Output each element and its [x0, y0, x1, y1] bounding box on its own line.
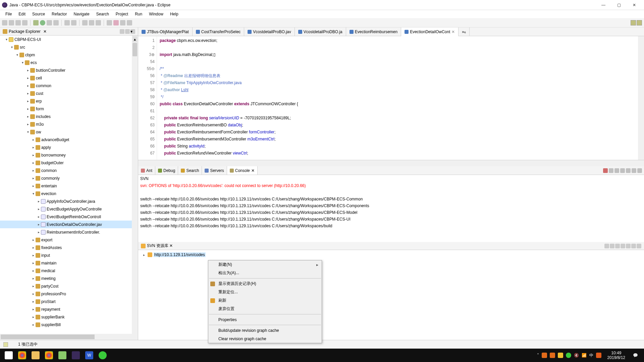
expand-icon[interactable]: ▾ — [4, 38, 9, 41]
perspective-other-icon[interactable] — [637, 20, 642, 25]
code-line[interactable]: */ — [160, 94, 638, 101]
menu-item[interactable]: 检出为(A)... — [208, 269, 322, 277]
tree-item[interactable]: ▸budgetOuter — [0, 159, 138, 167]
open-type-icon[interactable] — [82, 20, 88, 25]
menu-item[interactable]: 显示资源历史记录(H) — [208, 280, 322, 288]
menu-refactor[interactable]: Refactor — [48, 11, 70, 17]
editor-tab[interactable]: EvectionDetailOwCont✕ — [401, 27, 459, 36]
expand-icon[interactable]: ▾ — [9, 45, 14, 49]
tree-item[interactable]: ▸EvectBudgetApplyOwControlle — [0, 205, 138, 213]
maximize-button[interactable]: ▢ — [611, 0, 627, 10]
code-line[interactable]: import java.math.BigDecimal;▯ — [160, 51, 638, 58]
svn-repo-url[interactable]: http://10.1.129.11/svn/codes — [154, 252, 206, 257]
bottom-tab-console[interactable]: Console ✕ — [227, 166, 258, 175]
nav-fwd-icon[interactable] — [113, 20, 119, 25]
run-last-icon[interactable] — [47, 20, 52, 25]
view-menu-icon[interactable]: ▾ — [130, 29, 135, 34]
editor-vscrollbar[interactable] — [638, 36, 644, 160]
tray-icon[interactable] — [558, 353, 563, 358]
expand-icon[interactable]: ▸ — [25, 115, 30, 118]
code-line[interactable]: public EvectionRefundViewController view… — [160, 150, 638, 157]
svn-menu-icon[interactable] — [626, 244, 631, 248]
menu-item[interactable]: 重新定位... — [208, 288, 322, 296]
code-line[interactable]: public EvectionReimbursementBO dataObj; — [160, 122, 638, 129]
display-console-icon[interactable] — [620, 168, 625, 173]
tree-item[interactable]: ▸supplierBank — [0, 313, 138, 321]
expand-icon[interactable]: ▾ — [31, 192, 36, 195]
link-editor-icon[interactable] — [120, 29, 124, 34]
code-line[interactable] — [160, 108, 638, 115]
expand-icon[interactable]: ▸ — [31, 261, 36, 265]
tree-item[interactable]: ▸repayment — [0, 305, 138, 313]
code-line[interactable] — [160, 58, 638, 65]
taskbar-360-icon[interactable] — [96, 349, 109, 362]
menu-run[interactable]: Run — [131, 11, 146, 17]
close-icon[interactable]: ✕ — [251, 168, 255, 173]
print-icon[interactable] — [22, 20, 28, 25]
code-line[interactable]: public class EvectionDetailOwController … — [160, 101, 638, 108]
nav-back-icon[interactable] — [107, 20, 112, 25]
scroll-lock-icon[interactable] — [609, 168, 613, 173]
new-icon[interactable] — [2, 20, 7, 25]
min-icon[interactable] — [632, 168, 636, 173]
editor-tab[interactable]: VcostdetailProDBO.ja — [295, 27, 346, 36]
max-icon[interactable] — [637, 168, 642, 173]
tree-item[interactable]: ▸includes — [0, 113, 138, 120]
expand-icon[interactable]: ▸ — [31, 253, 36, 257]
editor-tab[interactable]: JTBus-ObjManagerPlat — [138, 27, 193, 36]
tree-item[interactable]: ▸cell — [0, 74, 138, 82]
code-line[interactable]: * @Readme 出差报销明细信息表 — [160, 72, 638, 79]
code-line[interactable]: * @author Lshl — [160, 86, 638, 94]
code-line[interactable]: public String activityId; — [160, 143, 638, 150]
tree-item[interactable]: ▸erp — [0, 97, 138, 105]
menu-item[interactable]: Properties — [208, 315, 322, 324]
code-line[interactable] — [160, 44, 638, 51]
expand-icon[interactable]: ▸ — [25, 76, 30, 80]
code-line[interactable]: public EvectionReimbursementM3oControlle… — [160, 136, 638, 143]
expand-icon[interactable]: ▸ — [25, 84, 30, 87]
pin-console-icon[interactable] — [614, 168, 619, 173]
expand-icon[interactable]: ▸ — [25, 92, 30, 95]
tree-item[interactable]: ▸common — [0, 167, 138, 174]
svn-repo-tab[interactable]: SVN 资源库 ✕ — [138, 242, 644, 250]
search-icon[interactable] — [89, 20, 94, 25]
scroll-up-icon[interactable]: ▴ — [132, 36, 137, 42]
taskbar-chrome-icon[interactable] — [15, 349, 29, 362]
expand-icon[interactable]: ▸ — [36, 207, 41, 211]
menu-item[interactable]: 刷新 — [208, 296, 322, 305]
expand-icon[interactable]: ▸ — [31, 169, 36, 172]
menu-item[interactable]: 新建(N)▸ — [208, 260, 322, 269]
scroll-thumb[interactable] — [132, 43, 137, 56]
tree-item[interactable]: ▸form — [0, 105, 138, 113]
open-console-icon[interactable] — [626, 168, 631, 173]
tree-item[interactable]: ▸supplierBill — [0, 321, 138, 328]
tray-chevron-icon[interactable]: ˄ — [537, 353, 539, 358]
run-icon[interactable] — [40, 20, 45, 25]
windows-taskbar[interactable]: W ˄ 🔇 📶 中 10:49 2019/8/12 💬 — [0, 349, 644, 362]
tree-item[interactable]: ▾evection — [0, 190, 138, 197]
svn-refresh-icon[interactable] — [610, 244, 614, 248]
expand-icon[interactable]: ▸ — [25, 107, 30, 111]
tray-ime-icon[interactable]: 中 — [589, 353, 593, 358]
menu-item[interactable]: Clear revision graph cache — [208, 335, 322, 343]
svn-min-icon[interactable] — [631, 244, 636, 248]
package-explorer-tab[interactable]: Package Explorer ✕ ▾ — [0, 27, 138, 36]
console-view[interactable]: SVN svn: OPTIONS of 'http://10.0.20.66/s… — [138, 175, 644, 242]
tray-icon[interactable] — [542, 353, 547, 358]
tree-item[interactable]: ▸entertain — [0, 182, 138, 190]
taskbar-word-icon[interactable]: W — [83, 349, 96, 362]
perspective-java-icon[interactable] — [631, 20, 636, 25]
start-button[interactable] — [2, 349, 15, 362]
clear-console-icon[interactable] — [603, 168, 608, 173]
close-icon[interactable]: ✕ — [43, 29, 47, 34]
code-editor[interactable]: 123⊕5455⊖565758596061626364656667 packag… — [138, 36, 644, 160]
tray-icon[interactable] — [550, 353, 555, 358]
tree-item[interactable]: ▸apply — [0, 143, 138, 151]
misc-icon[interactable] — [127, 20, 132, 25]
close-icon[interactable]: ✕ — [451, 29, 455, 34]
tree-item[interactable]: ▸meeting — [0, 275, 138, 282]
expand-icon[interactable]: ▸ — [36, 215, 41, 219]
tree-item[interactable]: ▸ApplyInfoOwController.java — [0, 197, 138, 205]
menu-help[interactable]: Help — [167, 11, 182, 17]
expand-icon[interactable]: ▸ — [142, 253, 146, 257]
